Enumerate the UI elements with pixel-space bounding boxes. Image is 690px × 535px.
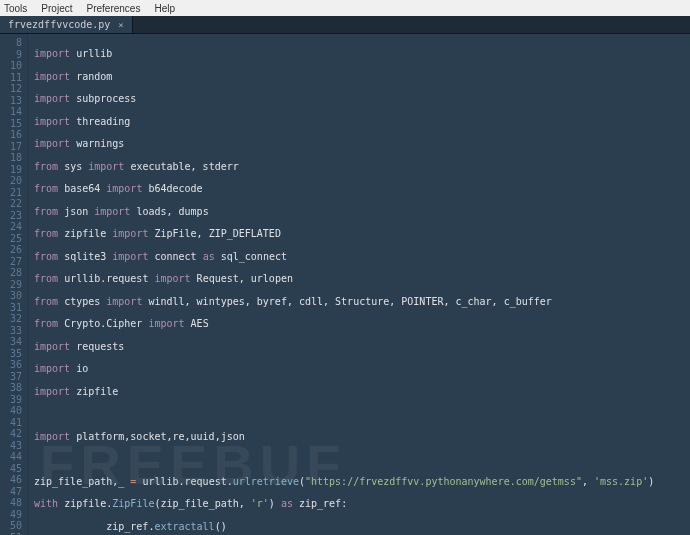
line-number: 10 [0,60,22,72]
line-number: 51 [0,532,22,536]
line-number: 30 [0,290,22,302]
line-number: 16 [0,129,22,141]
line-number: 19 [0,164,22,176]
line-number: 48 [0,497,22,509]
line-number: 28 [0,267,22,279]
editor-pane: 8 9 10 11 12 13 14 15 16 17 18 19 20 21 … [0,34,690,535]
line-number: 15 [0,118,22,130]
line-number: 9 [0,49,22,61]
line-number: 42 [0,428,22,440]
line-number: 29 [0,279,22,291]
menu-help[interactable]: Help [154,3,175,14]
line-number: 44 [0,451,22,463]
line-number: 14 [0,106,22,118]
file-tab[interactable]: frvezdffvvcode.py × [0,16,133,33]
line-number: 31 [0,302,22,314]
tab-filename: frvezdffvvcode.py [8,19,110,30]
menu-tools[interactable]: Tools [4,3,27,14]
line-number: 18 [0,152,22,164]
menu-bar: Tools Project Preferences Help [0,0,690,16]
line-number: 35 [0,348,22,360]
line-number: 37 [0,371,22,383]
line-number: 23 [0,210,22,222]
line-number: 11 [0,72,22,84]
line-number: 25 [0,233,22,245]
line-number: 45 [0,463,22,475]
line-gutter: 8 9 10 11 12 13 14 15 16 17 18 19 20 21 … [0,34,28,535]
close-icon[interactable]: × [118,20,123,30]
menu-project[interactable]: Project [41,3,72,14]
line-number: 50 [0,520,22,532]
line-number: 21 [0,187,22,199]
line-number: 39 [0,394,22,406]
line-number: 20 [0,175,22,187]
line-number: 36 [0,359,22,371]
menu-preferences[interactable]: Preferences [86,3,140,14]
line-number: 46 [0,474,22,486]
line-number: 34 [0,336,22,348]
line-number: 12 [0,83,22,95]
line-number: 17 [0,141,22,153]
line-number: 47 [0,486,22,498]
line-number: 27 [0,256,22,268]
line-number: 41 [0,417,22,429]
line-number: 38 [0,382,22,394]
line-number: 49 [0,509,22,521]
line-number: 33 [0,325,22,337]
line-number: 43 [0,440,22,452]
line-number: 13 [0,95,22,107]
tab-bar: frvezdffvvcode.py × [0,16,690,34]
line-number: 22 [0,198,22,210]
line-number: 8 [0,37,22,49]
line-number: 24 [0,221,22,233]
code-area[interactable]: import urllib import random import subpr… [28,34,690,535]
line-number: 26 [0,244,22,256]
line-number: 32 [0,313,22,325]
line-number: 40 [0,405,22,417]
